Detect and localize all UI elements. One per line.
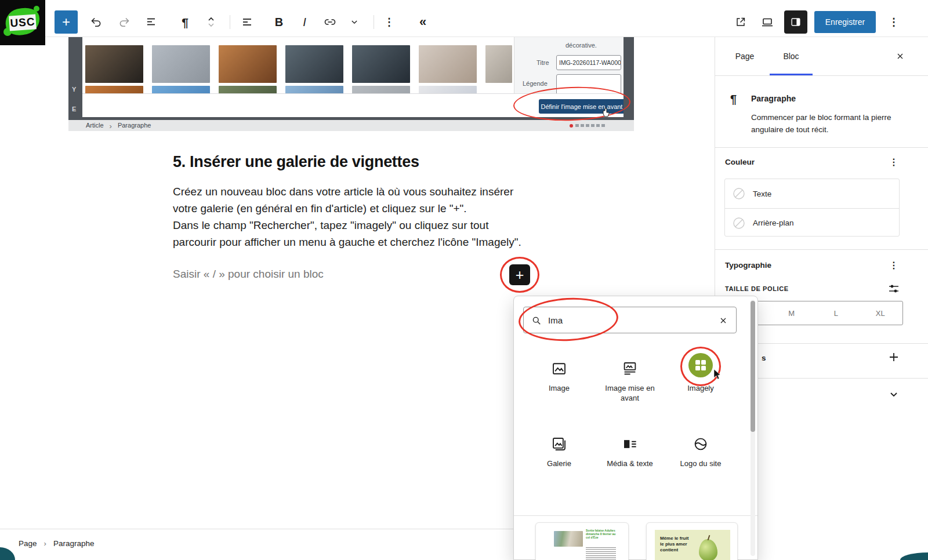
expand-section-chevron-icon[interactable] bbox=[887, 387, 901, 401]
color-panel: Texte Arrière-plan bbox=[724, 179, 900, 237]
site-logo[interactable]: USC bbox=[0, 0, 45, 45]
breadcrumb-page[interactable]: Page bbox=[19, 539, 37, 548]
move-up-down-icon[interactable] bbox=[200, 10, 223, 34]
block-item-image[interactable]: Image bbox=[525, 354, 593, 393]
block-item-imagely[interactable]: Imagely bbox=[667, 354, 734, 393]
font-size-settings-icon[interactable] bbox=[887, 282, 901, 296]
block-card-description: Commencer par le bloc formant la pierre … bbox=[751, 111, 896, 136]
article-paragraph: Créez un nouveau bloc dans votre article… bbox=[173, 183, 521, 250]
options-kebab-icon[interactable]: ⋮ bbox=[378, 10, 401, 34]
save-button[interactable]: Enregistrer bbox=[814, 11, 876, 33]
media-thumbnail bbox=[419, 45, 477, 83]
overlay-text-fragment: Y bbox=[72, 86, 76, 93]
article-heading: 5. Insérer une galerie de vignettes bbox=[173, 153, 419, 171]
decorative-label: décorative. bbox=[566, 42, 597, 49]
logo-text: USC bbox=[9, 14, 37, 31]
pattern-panel: Même le fruit le plus amer contient bbox=[655, 530, 730, 560]
color-options-kebab-icon[interactable]: ⋮ bbox=[887, 155, 901, 169]
paragraph-block-icon[interactable]: ¶ bbox=[173, 10, 197, 34]
block-inserter-toggle-button[interactable]: + bbox=[55, 10, 78, 34]
block-item-site-logo[interactable]: Logo du site bbox=[667, 430, 734, 468]
add-section-plus-icon[interactable] bbox=[887, 350, 901, 364]
color-row-text[interactable]: Texte bbox=[725, 179, 899, 208]
clear-search-icon[interactable] bbox=[719, 316, 728, 325]
set-featured-image-button[interactable]: Définir l'image mise en avant bbox=[539, 99, 624, 114]
font-size-option-m[interactable]: M bbox=[770, 301, 814, 325]
paragraph-icon: ¶ bbox=[730, 93, 737, 106]
image-icon bbox=[525, 354, 593, 377]
featured-image-icon bbox=[596, 354, 664, 377]
media-thumbnail bbox=[219, 45, 277, 83]
empty-swatch-icon bbox=[732, 216, 746, 230]
block-search-box bbox=[523, 307, 737, 333]
media-thumbnail bbox=[285, 45, 343, 83]
sidebar-divider bbox=[715, 147, 928, 148]
block-inserter-popup: Image Image mise en avant Imagely Galeri… bbox=[513, 296, 758, 560]
media-thumbnail bbox=[85, 45, 143, 83]
redo-icon[interactable] bbox=[113, 10, 136, 34]
typography-section-title: Typographie bbox=[725, 261, 771, 270]
block-item-media-text[interactable]: Média & texte bbox=[596, 430, 664, 468]
overlay-text-fragment: E bbox=[72, 106, 76, 112]
link-icon[interactable] bbox=[318, 10, 342, 34]
font-size-option-xl[interactable]: XL bbox=[858, 301, 903, 325]
breadcrumb: Page › Paragraphe bbox=[19, 539, 94, 548]
tab-page[interactable]: Page bbox=[724, 37, 765, 75]
media-modal-footer: Définir l'image mise en avant bbox=[82, 93, 624, 117]
screenshot-breadcrumb-bar: Article › Paragraphe bbox=[68, 120, 634, 131]
title-input[interactable]: IMG-20260117-WA0009 bbox=[556, 55, 621, 70]
pattern-title: Sortie falaise Adultes dimanche 8 févrie… bbox=[586, 529, 619, 539]
media-text-icon bbox=[596, 430, 664, 453]
pattern-photo bbox=[554, 531, 583, 547]
caption-label: Légende bbox=[523, 80, 548, 87]
font-size-label: TAILLE DE POLICE bbox=[725, 285, 789, 292]
typography-options-kebab-icon[interactable]: ⋮ bbox=[887, 258, 901, 272]
screenshot-breadcrumb-paragraphe: Paragraphe bbox=[118, 122, 151, 130]
empty-block-placeholder[interactable]: Saisir « / » pour choisir un bloc bbox=[173, 268, 324, 281]
screenshot-breadcrumb-article: Article bbox=[86, 122, 104, 130]
color-row-background[interactable]: Arrière-plan bbox=[725, 208, 899, 237]
settings-sidebar-toggle-button[interactable] bbox=[784, 10, 807, 34]
block-card-title: Paragraphe bbox=[751, 94, 796, 103]
pattern-preview-card[interactable]: Même le fruit le plus amer contient bbox=[646, 522, 738, 560]
collapse-toolbar-icon[interactable]: « bbox=[411, 10, 434, 34]
title-label: Titre bbox=[536, 59, 549, 66]
bold-icon[interactable]: B bbox=[267, 10, 291, 34]
tab-bloc[interactable]: Bloc bbox=[765, 37, 817, 75]
pear-illustration bbox=[699, 539, 717, 560]
site-logo-icon bbox=[667, 430, 734, 453]
toolbar-divider bbox=[374, 15, 374, 29]
breadcrumb-paragraphe[interactable]: Paragraphe bbox=[53, 539, 95, 548]
search-input[interactable] bbox=[548, 311, 710, 329]
popup-divider bbox=[514, 515, 757, 516]
pattern-preview-card[interactable]: Sortie falaise Adultes dimanche 8 févrie… bbox=[535, 522, 629, 560]
font-size-option-l[interactable]: L bbox=[814, 301, 858, 325]
italic-icon[interactable]: I bbox=[293, 10, 316, 34]
document-overview-icon[interactable] bbox=[140, 10, 164, 34]
view-site-icon[interactable] bbox=[729, 10, 752, 34]
media-thumbnail bbox=[352, 45, 410, 83]
undo-icon[interactable] bbox=[85, 10, 108, 34]
wordpress-editor: + ¶ B I bbox=[0, 0, 928, 560]
pattern-body-text bbox=[586, 547, 616, 560]
add-block-button[interactable]: + bbox=[509, 264, 530, 285]
imagely-icon bbox=[688, 353, 713, 377]
pattern-title: Même le fruit le plus amer contient bbox=[660, 536, 693, 553]
sidebar-tabs: Page Bloc bbox=[715, 37, 928, 76]
block-item-gallery[interactable]: Galerie bbox=[525, 430, 593, 468]
chevron-down-icon[interactable] bbox=[343, 10, 366, 34]
popup-scrollbar-thumb[interactable] bbox=[751, 301, 755, 432]
gallery-icon bbox=[525, 430, 593, 453]
color-section-title: Couleur bbox=[725, 158, 755, 166]
preview-desktop-icon[interactable] bbox=[756, 10, 779, 34]
close-icon[interactable] bbox=[896, 52, 905, 61]
logo-splash-dot bbox=[34, 6, 39, 12]
block-item-featured-image[interactable]: Image mise en avant bbox=[596, 354, 664, 403]
more-options-kebab-icon[interactable]: ⋮ bbox=[882, 10, 905, 34]
media-modal: décorative. Titre IMG-20260117-WA0009 Lé… bbox=[82, 37, 624, 117]
toolbar-divider bbox=[230, 15, 230, 29]
tutorial-screenshot-media-modal: Y E décorative. Titre IMG-20260117-WA000… bbox=[68, 37, 634, 131]
media-thumbnail bbox=[152, 45, 210, 83]
media-thumbnail bbox=[485, 45, 512, 83]
align-icon[interactable] bbox=[235, 10, 259, 34]
